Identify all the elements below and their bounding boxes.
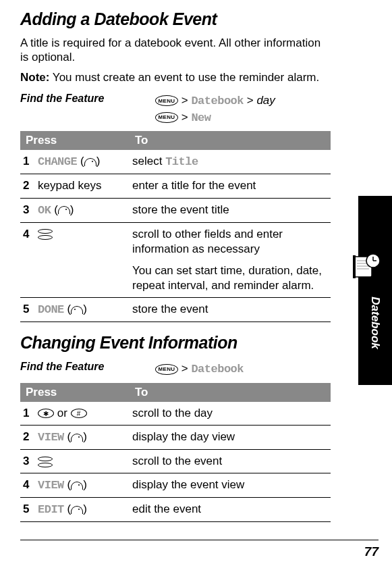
menu-icon: MENU <box>155 95 178 106</box>
note-text: You must create an event to use the remi… <box>49 71 319 84</box>
done-softkey-label: DONE <box>38 303 64 316</box>
steps-table-2: Press To 1 ✱ or # scroll to the day 2 VI… <box>20 383 331 522</box>
find-feature-path: MENU > Datebook > day MENU > New <box>155 93 275 126</box>
note-paragraph: Note: You must create an event to use th… <box>20 70 331 84</box>
intro-paragraph: A title is required for a datebook event… <box>20 36 331 65</box>
table-row: 3 scroll to the event <box>20 450 331 473</box>
find-feature-label: Find the Feature <box>20 93 155 105</box>
softkey-icon <box>71 434 83 442</box>
title-field: Title <box>165 155 198 168</box>
table-row: 5 DONE () store the event <box>20 298 331 322</box>
table-row: 1 ✱ or # scroll to the day <box>20 402 331 426</box>
view-softkey-label: VIEW <box>38 479 64 492</box>
side-tab: Datebook <box>358 196 392 385</box>
edit-softkey-label: EDIT <box>38 503 64 516</box>
find-feature-label: Find the Feature <box>20 361 155 373</box>
section-title-adding: Adding a Datebook Event <box>20 9 331 29</box>
path-day: day <box>256 94 275 107</box>
footer-rule <box>20 540 379 540</box>
menu-icon: MENU <box>155 112 178 123</box>
softkey-icon <box>58 206 70 214</box>
softkey-icon <box>71 306 83 314</box>
table-row: 1 CHANGE () select Title <box>20 150 331 174</box>
note-label: Note: <box>20 71 49 84</box>
svg-rect-5 <box>353 255 356 278</box>
col-to-header: To <box>130 383 331 402</box>
scroll-keys-icon <box>38 457 53 467</box>
softkey-icon <box>84 158 96 166</box>
side-tab-label: Datebook <box>368 297 382 349</box>
scroll-keys-icon <box>38 229 53 240</box>
datebook-icon <box>350 250 383 282</box>
table-row: 5 EDIT () edit the event <box>20 498 331 522</box>
steps-table-1: Press To 1 CHANGE () select Title 2 keyp… <box>20 131 331 322</box>
col-to-header: To <box>130 131 331 150</box>
view-softkey-label: VIEW <box>38 431 64 444</box>
star-key-icon: ✱ <box>38 409 54 418</box>
table-row: 3 OK () store the event title <box>20 198 331 222</box>
find-feature-path: MENU > Datebook <box>155 361 244 378</box>
change-softkey-label: CHANGE <box>38 155 77 168</box>
find-feature-block-2: Find the Feature MENU > Datebook <box>20 361 331 378</box>
section-title-changing: Changing Event Information <box>20 333 331 353</box>
table-row: 4 VIEW () display the event view <box>20 473 331 498</box>
col-press-header: Press <box>20 131 130 150</box>
path-datebook: Datebook <box>191 363 244 376</box>
path-new: New <box>191 111 211 124</box>
table-row: 2 VIEW () display the day view <box>20 425 331 449</box>
find-feature-block-1: Find the Feature MENU > Datebook > day M… <box>20 93 331 126</box>
path-datebook: Datebook <box>191 95 244 107</box>
hash-key-icon: # <box>71 409 87 418</box>
col-press-header: Press <box>20 383 130 402</box>
table-row: 2 keypad keys enter a title for the even… <box>20 174 331 198</box>
ok-softkey-label: OK <box>38 204 51 217</box>
softkey-icon <box>71 482 83 490</box>
table-row: 4 scroll to other fields and enter infor… <box>20 222 331 297</box>
softkey-icon <box>71 506 83 514</box>
menu-icon: MENU <box>155 364 178 375</box>
page-number: 77 <box>364 544 379 559</box>
